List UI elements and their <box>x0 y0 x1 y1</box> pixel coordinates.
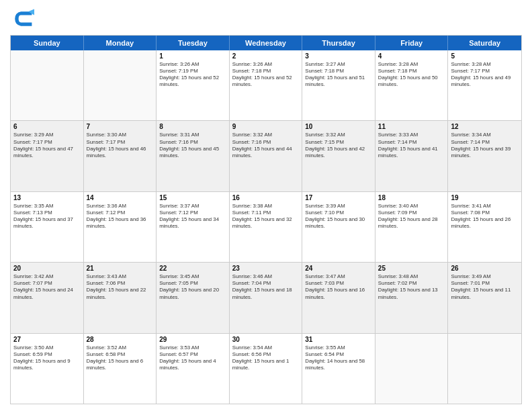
day-cell-20: 20Sunrise: 3:42 AMSunset: 7:07 PMDayligh… <box>11 263 84 332</box>
day-info: Sunrise: 3:26 AMSunset: 7:19 PMDaylight:… <box>159 61 226 89</box>
calendar: SundayMondayTuesdayWednesdayThursdayFrid… <box>10 35 522 404</box>
day-cell-29: 29Sunrise: 3:53 AMSunset: 6:57 PMDayligh… <box>157 334 230 404</box>
day-number: 13 <box>13 194 81 201</box>
day-number: 26 <box>451 265 519 272</box>
day-number: 23 <box>232 265 300 272</box>
calendar-row-2: 6Sunrise: 3:29 AMSunset: 7:17 PMDaylight… <box>11 121 521 191</box>
day-cell-15: 15Sunrise: 3:37 AMSunset: 7:12 PMDayligh… <box>157 192 230 262</box>
day-cell-7: 7Sunrise: 3:30 AMSunset: 7:17 PMDaylight… <box>84 121 157 191</box>
day-info: Sunrise: 3:45 AMSunset: 7:05 PMDaylight:… <box>159 273 226 301</box>
day-info: Sunrise: 3:26 AMSunset: 7:18 PMDaylight:… <box>232 61 300 89</box>
day-number: 19 <box>451 194 519 201</box>
day-info: Sunrise: 3:33 AMSunset: 7:14 PMDaylight:… <box>378 132 445 159</box>
day-cell-2: 2Sunrise: 3:26 AMSunset: 7:18 PMDaylight… <box>230 50 303 120</box>
weekday-header-sunday: Sunday <box>11 36 84 50</box>
day-number: 7 <box>87 123 154 130</box>
day-number: 17 <box>305 194 372 201</box>
day-cell-21: 21Sunrise: 3:43 AMSunset: 7:06 PMDayligh… <box>84 263 157 332</box>
day-number: 22 <box>159 265 226 272</box>
empty-cell-r0c1 <box>84 50 157 120</box>
page: SundayMondayTuesdayWednesdayThursdayFrid… <box>0 0 532 411</box>
day-cell-19: 19Sunrise: 3:41 AMSunset: 7:08 PMDayligh… <box>448 192 521 262</box>
day-cell-6: 6Sunrise: 3:29 AMSunset: 7:17 PMDaylight… <box>11 121 84 191</box>
header <box>10 7 522 31</box>
day-cell-30: 30Sunrise: 3:54 AMSunset: 6:56 PMDayligh… <box>230 334 303 404</box>
day-cell-8: 8Sunrise: 3:31 AMSunset: 7:16 PMDaylight… <box>157 121 230 191</box>
day-info: Sunrise: 3:29 AMSunset: 7:17 PMDaylight:… <box>13 132 81 159</box>
day-number: 1 <box>159 52 226 60</box>
day-info: Sunrise: 3:31 AMSunset: 7:16 PMDaylight:… <box>159 132 226 159</box>
day-info: Sunrise: 3:36 AMSunset: 7:12 PMDaylight:… <box>87 203 154 230</box>
day-info: Sunrise: 3:28 AMSunset: 7:17 PMDaylight:… <box>451 61 519 89</box>
day-number: 28 <box>87 336 154 343</box>
day-cell-9: 9Sunrise: 3:32 AMSunset: 7:16 PMDaylight… <box>230 121 303 191</box>
day-info: Sunrise: 3:40 AMSunset: 7:09 PMDaylight:… <box>378 203 445 230</box>
day-info: Sunrise: 3:49 AMSunset: 7:01 PMDaylight:… <box>451 273 519 301</box>
day-number: 21 <box>87 265 154 272</box>
calendar-row-3: 13Sunrise: 3:35 AMSunset: 7:13 PMDayligh… <box>11 192 521 263</box>
calendar-body: 1Sunrise: 3:26 AMSunset: 7:19 PMDaylight… <box>11 50 521 404</box>
empty-cell-r4c6 <box>448 334 521 404</box>
day-cell-11: 11Sunrise: 3:33 AMSunset: 7:14 PMDayligh… <box>375 121 449 191</box>
day-number: 3 <box>305 52 372 60</box>
logo <box>10 7 37 31</box>
weekday-header-thursday: Thursday <box>302 36 375 50</box>
day-info: Sunrise: 3:38 AMSunset: 7:11 PMDaylight:… <box>232 203 300 230</box>
day-cell-4: 4Sunrise: 3:28 AMSunset: 7:18 PMDaylight… <box>375 50 449 120</box>
day-cell-23: 23Sunrise: 3:46 AMSunset: 7:04 PMDayligh… <box>230 263 303 332</box>
day-number: 8 <box>159 123 226 130</box>
day-cell-16: 16Sunrise: 3:38 AMSunset: 7:11 PMDayligh… <box>230 192 303 262</box>
day-info: Sunrise: 3:43 AMSunset: 7:06 PMDaylight:… <box>87 273 154 301</box>
day-number: 24 <box>305 265 372 272</box>
day-number: 6 <box>13 123 81 130</box>
day-info: Sunrise: 3:55 AMSunset: 6:54 PMDaylight:… <box>305 345 372 372</box>
day-cell-13: 13Sunrise: 3:35 AMSunset: 7:13 PMDayligh… <box>11 192 84 262</box>
weekday-header-wednesday: Wednesday <box>230 36 303 50</box>
day-info: Sunrise: 3:39 AMSunset: 7:10 PMDaylight:… <box>305 203 372 230</box>
day-info: Sunrise: 3:32 AMSunset: 7:15 PMDaylight:… <box>305 132 372 159</box>
day-info: Sunrise: 3:46 AMSunset: 7:04 PMDaylight:… <box>232 273 300 301</box>
day-number: 31 <box>305 336 372 343</box>
day-cell-18: 18Sunrise: 3:40 AMSunset: 7:09 PMDayligh… <box>375 192 449 262</box>
day-number: 29 <box>159 336 226 343</box>
day-info: Sunrise: 3:34 AMSunset: 7:14 PMDaylight:… <box>451 132 519 159</box>
day-cell-17: 17Sunrise: 3:39 AMSunset: 7:10 PMDayligh… <box>302 192 375 262</box>
day-info: Sunrise: 3:42 AMSunset: 7:07 PMDaylight:… <box>13 273 81 301</box>
day-number: 2 <box>232 52 300 60</box>
day-cell-28: 28Sunrise: 3:52 AMSunset: 6:58 PMDayligh… <box>84 334 157 404</box>
day-info: Sunrise: 3:41 AMSunset: 7:08 PMDaylight:… <box>451 203 519 230</box>
day-cell-14: 14Sunrise: 3:36 AMSunset: 7:12 PMDayligh… <box>84 192 157 262</box>
day-number: 16 <box>232 194 300 201</box>
day-cell-24: 24Sunrise: 3:47 AMSunset: 7:03 PMDayligh… <box>302 263 375 332</box>
day-number: 9 <box>232 123 300 130</box>
calendar-header: SundayMondayTuesdayWednesdayThursdayFrid… <box>11 36 521 50</box>
calendar-row-1: 1Sunrise: 3:26 AMSunset: 7:19 PMDaylight… <box>11 50 521 121</box>
weekday-header-monday: Monday <box>84 36 157 50</box>
day-info: Sunrise: 3:54 AMSunset: 6:56 PMDaylight:… <box>232 345 300 372</box>
day-number: 15 <box>159 194 226 201</box>
day-info: Sunrise: 3:27 AMSunset: 7:18 PMDaylight:… <box>305 61 372 89</box>
day-info: Sunrise: 3:30 AMSunset: 7:17 PMDaylight:… <box>87 132 154 159</box>
day-info: Sunrise: 3:52 AMSunset: 6:58 PMDaylight:… <box>87 345 154 372</box>
day-number: 18 <box>378 194 445 201</box>
day-cell-3: 3Sunrise: 3:27 AMSunset: 7:18 PMDaylight… <box>302 50 375 120</box>
weekday-header-friday: Friday <box>375 36 449 50</box>
logo-icon <box>10 7 34 31</box>
day-info: Sunrise: 3:35 AMSunset: 7:13 PMDaylight:… <box>13 203 81 230</box>
day-cell-1: 1Sunrise: 3:26 AMSunset: 7:19 PMDaylight… <box>157 50 230 120</box>
empty-cell-r4c5 <box>375 334 449 404</box>
day-cell-22: 22Sunrise: 3:45 AMSunset: 7:05 PMDayligh… <box>157 263 230 332</box>
day-number: 11 <box>378 123 445 130</box>
day-number: 5 <box>451 52 519 60</box>
day-number: 12 <box>451 123 519 130</box>
weekday-header-tuesday: Tuesday <box>157 36 230 50</box>
day-info: Sunrise: 3:53 AMSunset: 6:57 PMDaylight:… <box>159 345 226 372</box>
day-info: Sunrise: 3:37 AMSunset: 7:12 PMDaylight:… <box>159 203 226 230</box>
day-info: Sunrise: 3:32 AMSunset: 7:16 PMDaylight:… <box>232 132 300 159</box>
day-info: Sunrise: 3:50 AMSunset: 6:59 PMDaylight:… <box>13 345 81 372</box>
day-cell-26: 26Sunrise: 3:49 AMSunset: 7:01 PMDayligh… <box>448 263 521 332</box>
day-number: 25 <box>378 265 445 272</box>
day-number: 4 <box>378 52 445 60</box>
day-cell-25: 25Sunrise: 3:48 AMSunset: 7:02 PMDayligh… <box>375 263 449 332</box>
day-number: 27 <box>13 336 81 343</box>
